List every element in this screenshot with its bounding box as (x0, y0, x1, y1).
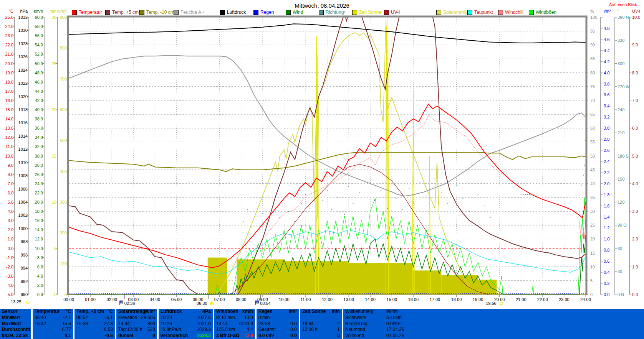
axis-unit-pct: % (590, 9, 594, 13)
svg-text:1026: 1026 (18, 54, 28, 59)
cell-text: veränderlich (161, 333, 188, 339)
table-col-luftdruck: LuftdruckhPa19:201027.510:261031.0^0.8hP… (159, 309, 213, 339)
cell-value: 1027.5 (197, 315, 211, 320)
svg-text:25.0: 25.0 (5, 15, 13, 20)
table-cell: 0 min. (257, 315, 299, 321)
table-col-solarstrahlung: SolarstrahlgW/m²Elevation-28.60514:44893… (116, 309, 157, 339)
cell-text: 06:40 (35, 315, 46, 321)
svg-text:14.0: 14.0 (5, 117, 13, 121)
table-row-label: Sensor (0, 309, 31, 315)
svg-text:15: 15 (52, 154, 56, 158)
svg-text:2.2: 2.2 (604, 170, 609, 175)
cell-value: 6.77 (62, 327, 71, 332)
svg-text:992: 992 (21, 279, 28, 284)
table-header-row: Zeit Sonnemin (300, 309, 342, 315)
table-cell: Elevation-28.605 (116, 315, 157, 321)
svg-text:6.0: 6.0 (8, 191, 13, 195)
axis-min: 302520151050min (50, 9, 58, 297)
svg-text:1008: 1008 (18, 173, 28, 178)
svg-text:54.0: 54.0 (35, 43, 43, 47)
svg-text:1.0: 1.0 (632, 265, 638, 269)
svg-text:35: 35 (590, 195, 595, 200)
axis-wm2: 9008007006005004003002001000W/m² (57, 9, 68, 297)
table-cell: 105.0 km4.4 (214, 327, 255, 333)
table-cell: 0 (300, 333, 342, 339)
moon-icon (26, 300, 30, 304)
svg-text:20: 20 (590, 237, 595, 241)
marker-time: 02:36 (124, 301, 135, 306)
time-label: 17:00 (430, 297, 440, 302)
cell-text: 14:14 (216, 321, 228, 327)
svg-text:10.0: 10.0 (5, 154, 13, 158)
axis-unit-hpa: hPa (20, 9, 28, 13)
svg-text:2.6: 2.6 (604, 148, 609, 153)
svg-text:10.0: 10.0 (35, 246, 43, 251)
time-label: 16:00 (408, 297, 419, 302)
svg-text:14.0: 14.0 (35, 227, 43, 232)
weather-station-screen: Mittwoch, 08.04.2026 Auf einen Blick ...… (0, 0, 644, 339)
table-cell: 06:52-6.1 (74, 315, 115, 321)
cell-text: 105.0 km (216, 327, 235, 333)
cell-value: 0 (337, 333, 340, 338)
svg-text:210: 210 (618, 130, 624, 135)
svg-text:36.0: 36.0 (35, 126, 43, 130)
cell-value: 0.0 (290, 321, 297, 326)
svg-text:20.0: 20.0 (35, 200, 43, 204)
cell-text: 16:42 (35, 321, 46, 327)
svg-text:50: 50 (590, 154, 595, 158)
svg-text:17.0: 17.0 (5, 89, 13, 94)
svg-text:0.0: 0.0 (632, 292, 638, 297)
svg-text:40: 40 (590, 181, 595, 186)
col-unit: hPa (202, 309, 211, 315)
cell-text: 3 Bft O-SO (216, 333, 240, 339)
svg-text:300: 300 (618, 61, 624, 66)
svg-text:30: 30 (52, 15, 56, 20)
svg-text:16.0: 16.0 (5, 98, 13, 103)
table-col-temp-5cm: Temp. +5 cm°C06:52-6.115:3827.86.53-0.6 (74, 309, 115, 339)
table-cell: 23:580.0 (257, 321, 299, 327)
svg-text:4.2: 4.2 (604, 59, 609, 64)
time-label: 18:00 (451, 297, 462, 302)
svg-text:200: 200 (60, 230, 67, 235)
svg-text:40.0: 40.0 (35, 107, 43, 112)
info-label: Vollmond (345, 333, 384, 339)
time-label: 12:00 (322, 297, 333, 302)
table-cell: 14:44893 (116, 321, 157, 327)
time-label: 15:00 (386, 297, 397, 302)
cell-text: 10:26 (161, 321, 172, 327)
svg-text:990: 990 (21, 292, 28, 297)
svg-text:1030: 1030 (18, 28, 28, 33)
svg-text:8.0: 8.0 (37, 255, 43, 260)
table-cell: -0.6 (74, 333, 115, 339)
table-cell (300, 315, 342, 321)
table-cell: 19:442 (300, 321, 342, 327)
svg-text:3.2: 3.2 (604, 115, 609, 119)
table-cell: 06:40-2.1 (33, 315, 73, 321)
info-label: Wolkenunterg (345, 309, 384, 315)
table-row-label: Durchschnitt (0, 327, 31, 333)
svg-text:21.0: 21.0 (5, 52, 13, 56)
svg-text:7.0: 7.0 (8, 181, 13, 186)
svg-text:4.0: 4.0 (8, 209, 13, 214)
svg-text:6.0: 6.0 (37, 265, 43, 269)
table-cell: veränderlich1028.2 (159, 333, 213, 339)
table-cell: 3 Bft O-SO12.9 (214, 333, 255, 339)
svg-text:30: 30 (590, 209, 595, 214)
svg-text:4.6: 4.6 (604, 37, 609, 42)
time-label: 10:00 (279, 297, 290, 302)
svg-text:3.0: 3.0 (632, 209, 638, 214)
svg-text:1028: 1028 (18, 41, 28, 46)
svg-text:1.0: 1.0 (8, 237, 13, 241)
axis-unit-kmh: km/h (34, 9, 43, 13)
time-label: 00:00 (63, 297, 74, 302)
svg-text:15.0: 15.0 (5, 107, 13, 112)
col-header: Windböen (216, 309, 238, 315)
svg-text:4.8: 4.8 (604, 26, 609, 31)
svg-text:120: 120 (618, 200, 624, 204)
axis-unit-temp: °C (9, 9, 13, 13)
axis-unit-deg: ° (618, 9, 619, 13)
series-luftdruck (69, 24, 586, 43)
table-row-label: MaxWert (0, 321, 31, 327)
svg-text:5: 5 (54, 246, 56, 251)
svg-text:-5.0: -5.0 (6, 292, 13, 297)
